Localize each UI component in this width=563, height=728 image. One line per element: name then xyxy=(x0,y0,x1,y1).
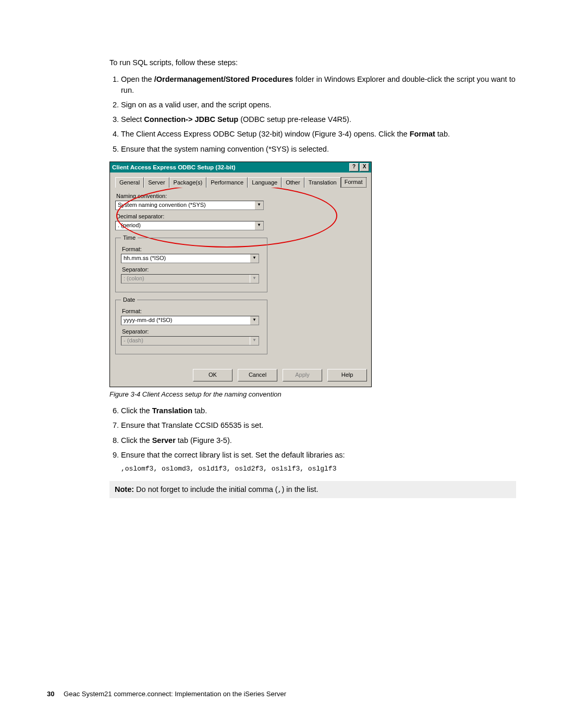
step-text: Open the xyxy=(121,75,154,83)
tab-strip: General Server Package(s) Performance La… xyxy=(115,177,366,188)
tab-other[interactable]: Other xyxy=(282,177,304,188)
decsep-label: Decimal separator: xyxy=(116,213,366,219)
figure-caption: Figure 3-4 Client Access setup for the n… xyxy=(109,390,516,398)
step-text: Select xyxy=(121,115,144,124)
help-button[interactable]: Help xyxy=(327,369,367,381)
time-sep-combo: : (colon) ▼ xyxy=(121,274,259,283)
date-sep-value: - (dash) xyxy=(121,337,250,345)
step-bold: Translation xyxy=(152,406,192,415)
date-group: Date Format: yyyy-mm-dd (*ISO) ▼ Separat… xyxy=(115,297,267,354)
dialog-titlebar: Client Access Express ODBC Setup (32-bit… xyxy=(110,162,371,172)
page-number: 30 xyxy=(47,690,54,698)
step-5: Ensure that the system naming convention… xyxy=(121,144,516,154)
dialog-title: Client Access Express ODBC Setup (32-bit… xyxy=(112,162,236,172)
tab-performance[interactable]: Performance xyxy=(206,177,248,188)
page-footer: 30 Geac System21 commerce.connect: Imple… xyxy=(47,690,286,698)
step-text: The Client Access Express ODBC Setup (32… xyxy=(121,130,410,138)
chevron-down-icon: ▼ xyxy=(250,275,259,283)
footer-title: Geac System21 commerce.connect: Implemen… xyxy=(64,690,286,698)
apply-button: Apply xyxy=(283,369,322,381)
date-legend: Date xyxy=(121,297,137,303)
naming-label: Naming convention: xyxy=(116,193,366,199)
steps-list-2: Click the Translation tab. Ensure that T… xyxy=(109,405,516,474)
time-sep-label: Separator: xyxy=(122,266,262,273)
step-2: Sign on as a valid user, and the script … xyxy=(121,100,516,110)
note-bold: Note: xyxy=(115,485,134,493)
step-text: tab (Figure 3-5). xyxy=(176,436,232,445)
note-text: ) in the list. xyxy=(282,485,319,493)
step-text: tab. xyxy=(435,130,450,138)
tab-server[interactable]: Server xyxy=(144,177,169,188)
step-7: Ensure that Translate CCSID 65535 is set… xyxy=(121,420,516,430)
step-text: Ensure that the correct library list is … xyxy=(121,451,345,459)
odbc-setup-dialog: Client Access Express ODBC Setup (32-bit… xyxy=(109,162,372,387)
ok-button[interactable]: OK xyxy=(193,369,232,381)
step-bold: /Ordermanagement/Stored Procedures xyxy=(154,75,293,83)
date-format-label: Format: xyxy=(122,308,262,314)
date-format-combo[interactable]: yyyy-mm-dd (*ISO) ▼ xyxy=(121,316,259,325)
note-text: Do not forget to include the initial com… xyxy=(134,485,278,493)
time-group: Time Format: hh.mm.ss (*ISO) ▼ Separator… xyxy=(115,235,267,292)
step-bold: Server xyxy=(152,436,176,445)
chevron-down-icon[interactable]: ▼ xyxy=(250,254,259,263)
dialog-buttons: OK Cancel Apply Help xyxy=(110,364,371,387)
decsep-combo[interactable]: . (period) ▼ xyxy=(115,221,264,230)
close-icon[interactable]: X xyxy=(360,163,369,171)
step-8: Click the Server tab (Figure 3-5). xyxy=(121,435,516,446)
step-text: Click the xyxy=(121,436,152,445)
help-icon[interactable]: ? xyxy=(349,163,359,171)
tab-format[interactable]: Format xyxy=(341,177,366,188)
chevron-down-icon[interactable]: ▼ xyxy=(254,201,263,209)
step-text: Click the xyxy=(121,406,152,415)
cancel-button[interactable]: Cancel xyxy=(238,369,277,381)
chevron-down-icon[interactable]: ▼ xyxy=(254,221,263,230)
note-box: Note: Do not forget to include the initi… xyxy=(109,481,516,498)
decsep-value: . (period) xyxy=(116,221,254,230)
step-4: The Client Access Express ODBC Setup (32… xyxy=(121,129,516,139)
step-3: Select Connection-> JDBC Setup (ODBC set… xyxy=(121,114,516,125)
step-6: Click the Translation tab. xyxy=(121,405,516,416)
date-sep-label: Separator: xyxy=(122,328,262,335)
note-code: , xyxy=(278,486,282,494)
intro-text: To run SQL scripts, follow these steps: xyxy=(109,57,516,68)
steps-list-1: Open the /Ordermanagement/Stored Procedu… xyxy=(109,74,516,154)
date-format-value: yyyy-mm-dd (*ISO) xyxy=(121,316,250,325)
time-format-value: hh.mm.ss (*ISO) xyxy=(121,254,250,263)
tab-general[interactable]: General xyxy=(115,177,144,188)
naming-combo[interactable]: System naming convention (*SYS) ▼ xyxy=(115,201,264,210)
chevron-down-icon: ▼ xyxy=(250,337,259,345)
time-format-label: Format: xyxy=(122,246,262,252)
step-text: tab. xyxy=(192,406,207,415)
step-9: Ensure that the correct library list is … xyxy=(121,450,516,474)
code-line: ,oslomf3, oslomd3, osld1f3, osld2f3, osl… xyxy=(121,464,516,474)
date-sep-combo: - (dash) ▼ xyxy=(121,336,259,346)
chevron-down-icon[interactable]: ▼ xyxy=(250,316,259,325)
tab-translation[interactable]: Translation xyxy=(304,177,341,188)
time-sep-value: : (colon) xyxy=(121,275,250,283)
step-bold: Format xyxy=(410,130,435,138)
time-format-combo[interactable]: hh.mm.ss (*ISO) ▼ xyxy=(121,254,259,263)
step-text: (ODBC setup pre-release V4R5). xyxy=(238,115,351,124)
step-1: Open the /Ordermanagement/Stored Procedu… xyxy=(121,74,516,95)
tab-packages[interactable]: Package(s) xyxy=(169,177,207,188)
tab-language[interactable]: Language xyxy=(248,177,282,188)
time-legend: Time xyxy=(121,235,138,241)
naming-value: System naming convention (*SYS) xyxy=(116,201,254,209)
step-bold: Connection-> JDBC Setup xyxy=(144,115,238,124)
